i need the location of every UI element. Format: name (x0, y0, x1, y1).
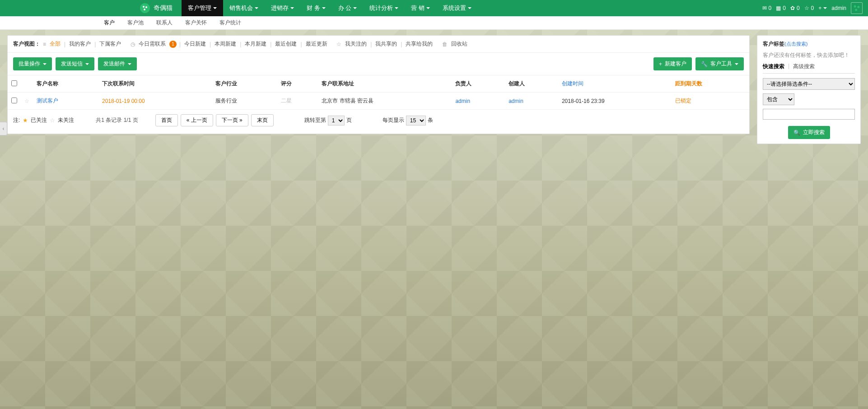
view-today-new[interactable]: 今日新建 (183, 40, 207, 48)
star-off-icon: ☆ (50, 117, 55, 124)
per-page-select[interactable]: 15 (406, 116, 426, 125)
svg-point-1 (145, 6, 147, 8)
subnav-stats[interactable]: 客户统计 (219, 19, 241, 27)
side-panel: 客户标签(点击搜索) 客户还没有任何标签，快去添加吧！ 快速搜索 | 高级搜索 … (757, 35, 861, 144)
send-sms-button[interactable]: 发送短信 (56, 57, 94, 70)
col-creator[interactable]: 创建人 (505, 75, 558, 93)
view-today-contact[interactable]: 今日需联系 (138, 40, 167, 48)
col-name[interactable]: 客户名称 (33, 75, 98, 93)
nav-settings[interactable]: 系统设置 (436, 0, 478, 16)
svg-point-2 (144, 9, 145, 10)
creator-link[interactable]: admin (509, 98, 523, 104)
subnav: 客户 客户池 联系人 客户关怀 客户统计 (0, 16, 868, 30)
customer-table: 客户名称 下次联系时间 客户行业 评分 客户联系地址 负责人 创建人 创建时间 … (8, 75, 749, 110)
last-page-button[interactable]: 末页 (251, 114, 274, 126)
subnav-customer[interactable]: 客户 (104, 19, 115, 27)
nav-inventory[interactable]: 进销存 (265, 0, 300, 16)
next-page-button[interactable]: 下一页 » (216, 114, 248, 126)
tab-advanced-search[interactable]: 高级搜索 (793, 63, 815, 70)
cell-created: 2018-01-16 23:39 (558, 93, 672, 110)
star-on-icon: ★ (23, 117, 28, 124)
nav-analytics[interactable]: 统计分析 (363, 0, 405, 16)
tags-hint[interactable]: (点击搜索) (784, 41, 807, 46)
mail-stat[interactable]: ✉0 (762, 5, 772, 11)
filter-field-select[interactable]: --请选择筛选条件-- (763, 78, 855, 90)
star-icon: ☆ (336, 41, 341, 47)
bulk-actions-button[interactable]: 批量操作 (13, 57, 52, 70)
col-next-contact[interactable]: 下次联系时间 (98, 75, 212, 93)
nav-marketing[interactable]: 营 销 (405, 0, 436, 16)
avatar[interactable] (851, 2, 863, 14)
table-row: ☆ 测试客户 2018-01-19 00:00 服务行业 二星 北京市 市辖县 … (8, 93, 749, 110)
first-page-button[interactable]: 首页 (155, 114, 178, 126)
clock-icon: ◷ (131, 41, 135, 47)
svg-point-5 (855, 9, 857, 11)
user-menu[interactable]: admin (831, 5, 846, 11)
new-customer-button[interactable]: +新建客户 (653, 57, 692, 70)
customer-name-link[interactable]: 测试客户 (37, 98, 58, 104)
inbox-stat[interactable]: ▦0 (776, 5, 786, 11)
plus-icon: + (659, 61, 662, 67)
view-trash[interactable]: 回收站 (450, 40, 468, 48)
gear-icon: ✿ (790, 5, 795, 11)
view-recent-update[interactable]: 最近更新 (305, 40, 328, 48)
page-select[interactable]: 1 (328, 116, 345, 125)
today-contact-badge: 1 (169, 41, 177, 48)
nav-sales-opportunity[interactable]: 销售机会 (223, 0, 265, 16)
view-recent-create[interactable]: 最近创建 (274, 40, 298, 48)
row-star-toggle[interactable]: ☆ (24, 98, 29, 104)
cell-industry: 服务行业 (212, 93, 277, 110)
subnav-customer-pool[interactable]: 客户池 (127, 19, 144, 27)
col-created[interactable]: 创建时间 (558, 75, 672, 93)
filter-value-input[interactable] (763, 109, 855, 120)
row-checkbox[interactable] (11, 98, 17, 103)
search-button[interactable]: 🔍 立即搜索 (788, 126, 830, 139)
star-stat[interactable]: ☆0 (804, 5, 814, 11)
chevron-down-icon (426, 7, 430, 9)
view-week-new[interactable]: 本周新建 (214, 40, 237, 48)
chevron-down-icon (468, 7, 471, 9)
nav-customer-mgmt[interactable]: 客户管理 (182, 0, 223, 16)
chevron-down-icon (128, 63, 131, 65)
view-followed[interactable]: 我关注的 (344, 40, 368, 48)
list-icon: ≡ (43, 41, 46, 47)
select-all-checkbox[interactable] (11, 80, 17, 86)
view-subordinate[interactable]: 下属客户 (98, 40, 122, 48)
wrench-icon: 🔧 (701, 61, 708, 67)
chevron-down-icon (395, 7, 398, 9)
chevron-left-icon: ‹ (3, 125, 5, 132)
col-rating[interactable]: 评分 (277, 75, 318, 93)
customer-tools-button[interactable]: 🔧客户工具 (695, 57, 744, 70)
col-owner[interactable]: 负责人 (452, 75, 505, 93)
cell-rating: 二星 (277, 93, 318, 110)
nav-finance[interactable]: 财 务 (300, 0, 332, 16)
tags-empty-msg: 客户还没有任何标签，快去添加吧！ (763, 51, 855, 59)
view-shared-to-me[interactable]: 共享给我的 (405, 40, 434, 48)
actions-row: 批量操作 发送短信 发送邮件 +新建客户 🔧客户工具 (8, 53, 749, 75)
table-footer: 注: ★ 已关注 ☆ 未关注 共1 条记录 1/1 页 首页 « 上一页 下一页… (8, 110, 749, 134)
gear-stat[interactable]: ✿0 (790, 5, 800, 11)
tab-quick-search[interactable]: 快速搜索 (763, 63, 784, 70)
col-address[interactable]: 客户联系地址 (318, 75, 452, 93)
subnav-care[interactable]: 客户关怀 (185, 19, 207, 27)
plus-menu[interactable]: + (818, 5, 827, 11)
filter-op-select[interactable]: 包含 (763, 93, 794, 105)
collapse-handle[interactable]: ‹ (0, 122, 7, 135)
view-all[interactable]: 全部 (49, 40, 61, 48)
chevron-down-icon (255, 7, 258, 9)
send-email-button[interactable]: 发送邮件 (98, 57, 137, 70)
prev-page-button[interactable]: « 上一页 (181, 114, 213, 126)
nav-office[interactable]: 办 公 (332, 0, 364, 16)
view-mine[interactable]: 我的客户 (68, 40, 92, 48)
view-month-new[interactable]: 本月新建 (244, 40, 267, 48)
view-shared-by-me[interactable]: 我共享的 (374, 40, 398, 48)
owner-link[interactable]: admin (455, 98, 470, 104)
col-industry[interactable]: 客户行业 (212, 75, 277, 93)
record-summary: 共1 条记录 1/1 页 (96, 116, 138, 124)
plus-icon: + (818, 5, 821, 11)
chevron-down-icon (353, 7, 357, 9)
col-days-due[interactable]: 距到期天数 (672, 75, 749, 93)
chevron-down-icon (322, 7, 326, 9)
brand[interactable]: 奇偶猫 (140, 3, 173, 13)
subnav-contacts[interactable]: 联系人 (156, 19, 173, 27)
